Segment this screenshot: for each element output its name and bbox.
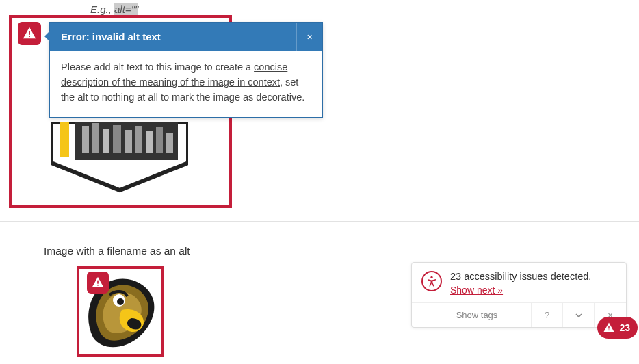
show-next-link[interactable]: Show next » <box>450 285 503 296</box>
issue-count: 23 <box>619 322 630 333</box>
svg-point-18 <box>430 276 432 278</box>
svg-rect-6 <box>113 125 121 153</box>
shield-building-image <box>51 122 188 197</box>
svg-rect-9 <box>146 131 153 153</box>
alert-triangle-icon <box>22 26 37 41</box>
svg-rect-10 <box>156 127 163 153</box>
section-caption-filename-alt: Image with a filename as an alt <box>44 245 190 257</box>
show-tags-button[interactable]: Show tags <box>412 303 532 327</box>
error-tooltip: Error: invalid alt text × Please add alt… <box>49 22 323 118</box>
svg-rect-17 <box>97 285 99 286</box>
error-badge-2[interactable] <box>87 272 109 294</box>
svg-rect-8 <box>135 126 142 153</box>
accessibility-icon <box>421 271 442 291</box>
tooltip-title: Error: invalid alt text <box>50 23 296 51</box>
svg-rect-4 <box>92 123 99 153</box>
svg-rect-3 <box>82 126 89 153</box>
svg-rect-19 <box>609 326 610 329</box>
error-badge-1[interactable] <box>18 22 41 45</box>
svg-rect-7 <box>125 130 132 153</box>
alert-triangle-icon <box>91 276 105 289</box>
help-button[interactable]: ? <box>532 303 563 327</box>
svg-rect-5 <box>103 129 109 153</box>
panel-message: 23 accessibility issues detected. <box>450 271 591 282</box>
horizontal-divider <box>0 221 639 222</box>
svg-rect-1 <box>60 122 69 157</box>
alert-triangle-icon <box>603 322 615 334</box>
tooltip-close-button[interactable]: × <box>296 23 322 51</box>
svg-rect-20 <box>609 330 610 331</box>
accessibility-panel: 23 accessibility issues detected. Show n… <box>411 262 627 328</box>
svg-rect-11 <box>166 133 173 153</box>
example-label: E.g., alt="" <box>90 3 138 15</box>
svg-point-15 <box>117 298 124 305</box>
chevron-down-icon <box>575 311 583 320</box>
expand-button[interactable] <box>563 303 595 327</box>
svg-rect-13 <box>29 36 30 37</box>
tooltip-body: Please add alt text to this image to cre… <box>50 51 322 117</box>
issue-count-pill[interactable]: 23 <box>597 317 638 339</box>
svg-rect-12 <box>29 31 30 35</box>
svg-rect-16 <box>97 281 99 284</box>
